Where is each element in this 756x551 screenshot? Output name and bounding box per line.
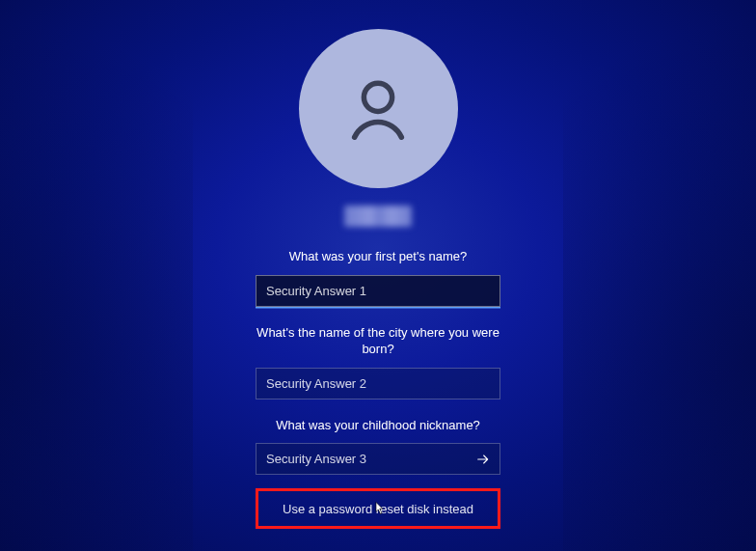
answer-1-field-wrap[interactable] — [256, 275, 500, 307]
question-1-label: What was your first pet's name? — [256, 248, 500, 265]
question-2-label: What's the name of the city where you we… — [256, 324, 500, 358]
person-icon — [340, 71, 416, 147]
answer-1-input[interactable] — [256, 276, 500, 306]
avatar — [299, 29, 458, 188]
reset-disk-link[interactable]: Use a password reset disk instead — [256, 488, 500, 529]
answer-2-field-wrap[interactable] — [256, 368, 500, 399]
answer-2-input[interactable] — [256, 369, 500, 399]
answer-3-input[interactable] — [256, 444, 467, 474]
username-blurred — [344, 206, 412, 227]
answer-3-field-wrap[interactable] — [256, 443, 500, 475]
security-questions-form: What was your first pet's name? What's t… — [256, 227, 500, 529]
arrow-right-icon — [475, 452, 491, 467]
svg-point-0 — [364, 83, 392, 111]
submit-button[interactable] — [467, 444, 500, 474]
question-3-label: What was your childhood nickname? — [256, 417, 500, 434]
reset-disk-link-label: Use a password reset disk instead — [283, 502, 473, 516]
